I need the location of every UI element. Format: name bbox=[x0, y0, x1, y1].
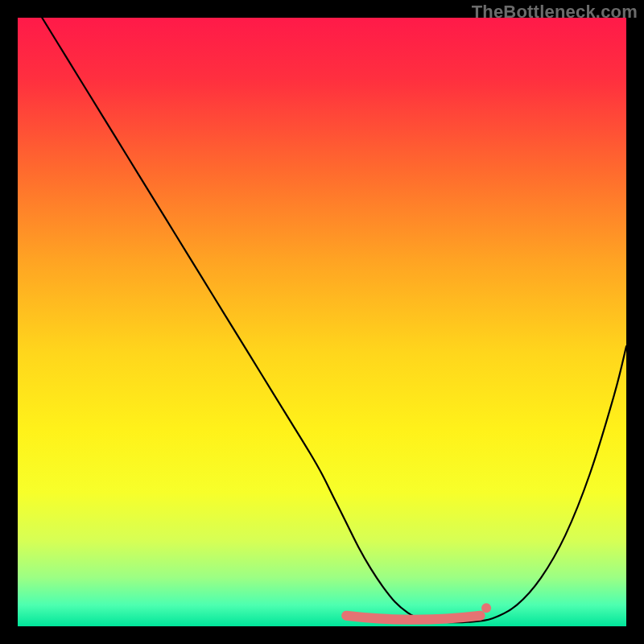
gradient-background bbox=[18, 18, 626, 626]
data-point-marker bbox=[481, 603, 491, 613]
chart-frame: TheBottleneck.com bbox=[0, 0, 644, 644]
optimal-range-marker bbox=[346, 616, 480, 620]
bottleneck-chart bbox=[18, 18, 626, 626]
watermark-text: TheBottleneck.com bbox=[472, 2, 638, 23]
plot-area bbox=[18, 18, 626, 626]
